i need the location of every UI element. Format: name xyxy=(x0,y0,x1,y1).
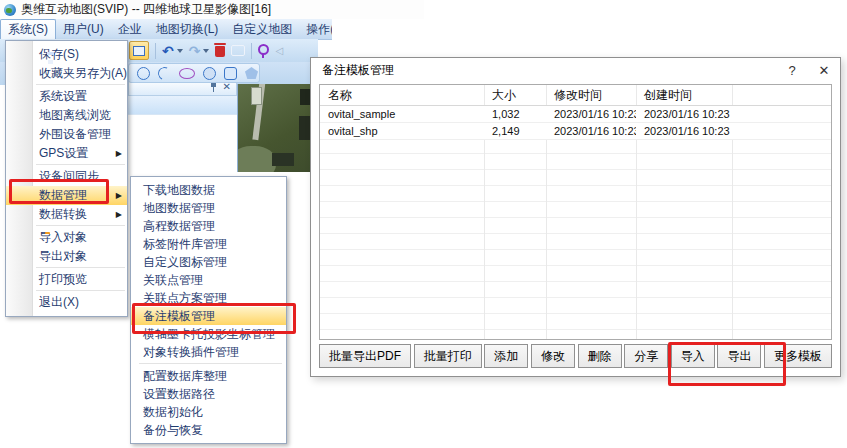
dialog-title: 备注模板管理 xyxy=(311,62,776,79)
menubar-item-custom-map[interactable]: 自定义地图 xyxy=(225,19,299,39)
menubar-item-system[interactable]: 系统(S) xyxy=(0,19,56,39)
column-header-created[interactable]: 创建时间 xyxy=(636,87,732,104)
submenu-item-set-data-path[interactable]: 设置数据路径 xyxy=(131,385,286,403)
select-tool-icon[interactable] xyxy=(129,41,149,60)
submenu-item-backup-restore[interactable]: 备份与恢复 xyxy=(131,421,286,439)
menu-separator xyxy=(36,290,125,291)
column-header-modified[interactable]: 修改时间 xyxy=(546,87,636,104)
menu-item-print-preview[interactable]: 打印预览 xyxy=(6,270,127,289)
submenu-item-config-database-cleanup[interactable]: 配置数据库整理 xyxy=(131,367,286,385)
chevron-icon: ◁ xyxy=(275,45,283,56)
dialog-close-icon[interactable]: ✕ xyxy=(808,58,840,83)
delete-icon[interactable] xyxy=(215,46,225,57)
submenu-arrow-icon: ▶ xyxy=(116,144,122,163)
menu-separator xyxy=(36,84,125,85)
menubar: 系统(S) 用户(U) 企业 地图切换(L) 自定义地图 操作(O) 视图(V) xyxy=(0,19,332,40)
undo-dropdown-icon[interactable] xyxy=(177,49,183,53)
rectangle-tool-icon[interactable] xyxy=(231,45,245,56)
menu-item-import-objects[interactable]: 导入对象 xyxy=(6,228,127,247)
toolbar-separator xyxy=(251,43,252,59)
cell-created: 2023/01/16 10:23 xyxy=(636,125,732,137)
submenu-item-elevation-data-management[interactable]: 高程数据管理 xyxy=(131,217,286,235)
cell-modified: 2023/01/16 10:23 xyxy=(546,108,636,120)
submenu-item-object-convert-plugin[interactable]: 对象转换插件管理 xyxy=(131,343,286,361)
submenu-item-label-attachment-library[interactable]: 标签附件库管理 xyxy=(131,235,286,253)
table-row[interactable]: ovital_shp 2,149 2023/01/16 10:23 2023/0… xyxy=(320,123,831,140)
column-header-name[interactable]: 名称 xyxy=(320,87,484,104)
menubar-item-user[interactable]: 用户(U) xyxy=(56,19,111,39)
menu-item-export-objects[interactable]: 导出对象 xyxy=(6,247,127,266)
ellipse-tool-icon[interactable] xyxy=(179,68,195,79)
submenu-item-data-initialization[interactable]: 数据初始化 xyxy=(131,403,286,421)
redo-dropdown-icon[interactable] xyxy=(203,49,209,53)
menu-item-exit[interactable]: 退出(X) xyxy=(6,293,127,312)
menu-item-save-favorites-as[interactable]: 收藏夹另存为(A) xyxy=(6,64,127,83)
redo-icon[interactable]: ↷ xyxy=(189,44,201,58)
batch-export-pdf-button[interactable]: 批量导出PDF xyxy=(319,344,411,368)
submenu-item-map-data-management[interactable]: 地图数据管理 xyxy=(131,199,286,217)
menubar-item-map-switch[interactable]: 地图切换(L) xyxy=(149,19,226,39)
submenu-arrow-icon: ▶ xyxy=(116,205,122,224)
submenu-item-custom-icon-management[interactable]: 自定义图标管理 xyxy=(131,253,286,271)
menu-item-save[interactable]: 保存(S) xyxy=(6,45,127,64)
map-building xyxy=(272,153,294,166)
menubar-item-enterprise[interactable]: 企业 xyxy=(111,19,149,39)
titlebar: 奥维互动地图(SVIP) -- 四维地球卫星影像图[16] xyxy=(0,0,424,19)
menu-item-data-convert[interactable]: 数据转换 ▶ xyxy=(6,205,127,224)
undo-icon[interactable]: ↶ xyxy=(162,44,174,58)
toolbar-separator xyxy=(155,43,156,59)
dialog-help-button[interactable]: ? xyxy=(776,58,808,83)
dialog-titlebar: 备注模板管理 ? ✕ xyxy=(311,58,840,83)
cell-name: ovital_shp xyxy=(320,125,484,137)
table-header: 名称 大小 修改时间 创建时间 xyxy=(320,85,831,106)
menu-item-gps-settings[interactable]: GPS设置 ▶ xyxy=(6,144,127,163)
share-button[interactable]: 分享 xyxy=(624,344,668,368)
menubar-item-operate[interactable]: 操作(O) xyxy=(299,19,332,39)
cell-name: ovital_sample xyxy=(320,108,484,120)
circle-tool-icon[interactable] xyxy=(137,67,150,80)
polygon-tool-icon[interactable] xyxy=(245,67,258,79)
side-panel-band xyxy=(128,96,237,115)
rounded-rect-tool-icon[interactable] xyxy=(224,67,237,80)
note-template-dialog: 备注模板管理 ? ✕ 名称 大小 修改时间 创建时间 ovital_sample… xyxy=(310,57,841,377)
modify-button[interactable]: 修改 xyxy=(531,344,575,368)
cell-size: 1,032 xyxy=(484,108,546,120)
globe-icon xyxy=(4,4,16,16)
submenu-arrow-icon: ▶ xyxy=(116,186,122,205)
cell-modified: 2023/01/16 10:23 xyxy=(546,125,636,137)
cell-size: 2,149 xyxy=(484,125,546,137)
menu-item-offline-map[interactable]: 地图离线浏览 xyxy=(6,106,127,125)
add-button[interactable]: 添加 xyxy=(484,344,528,368)
delete-button[interactable]: 删除 xyxy=(578,344,622,368)
cell-created: 2023/01/16 10:23 xyxy=(636,108,732,120)
table-row[interactable]: ovital_sample 1,032 2023/01/16 10:23 202… xyxy=(320,106,831,123)
table-empty-rows xyxy=(320,106,831,339)
toolbar-row2 xyxy=(128,63,260,83)
batch-print-button[interactable]: 批量打印 xyxy=(414,344,482,368)
map-road-sign xyxy=(251,87,262,105)
menu-item-peripheral-device[interactable]: 外围设备管理 xyxy=(6,125,127,144)
pushpin-icon[interactable] xyxy=(210,83,217,92)
template-table: 名称 大小 修改时间 创建时间 ovital_sample 1,032 2023… xyxy=(319,84,832,340)
window-title: 奥维互动地图(SVIP) -- 四维地球卫星影像图[16] xyxy=(21,1,271,18)
placemark-icon[interactable] xyxy=(258,44,269,55)
map-field-patch xyxy=(237,146,276,172)
menu-separator xyxy=(36,164,125,165)
annotation-box-import-export xyxy=(668,342,786,386)
menu-separator xyxy=(36,267,125,268)
filled-circle-tool-icon[interactable] xyxy=(203,67,216,80)
panel-close-icon[interactable]: ✕ xyxy=(223,82,231,92)
arc-tool-icon[interactable] xyxy=(156,65,173,82)
menu-separator xyxy=(139,363,282,364)
annotation-box-data-management xyxy=(9,179,109,204)
menu-item-system-settings[interactable]: 系统设置 xyxy=(6,87,127,106)
column-header-size[interactable]: 大小 xyxy=(484,87,546,104)
menu-separator xyxy=(36,225,125,226)
annotation-box-note-template xyxy=(132,303,296,334)
submenu-item-download-map-data[interactable]: 下载地图数据 xyxy=(131,181,286,199)
submenu-item-linked-point-management[interactable]: 关联点管理 xyxy=(131,271,286,289)
